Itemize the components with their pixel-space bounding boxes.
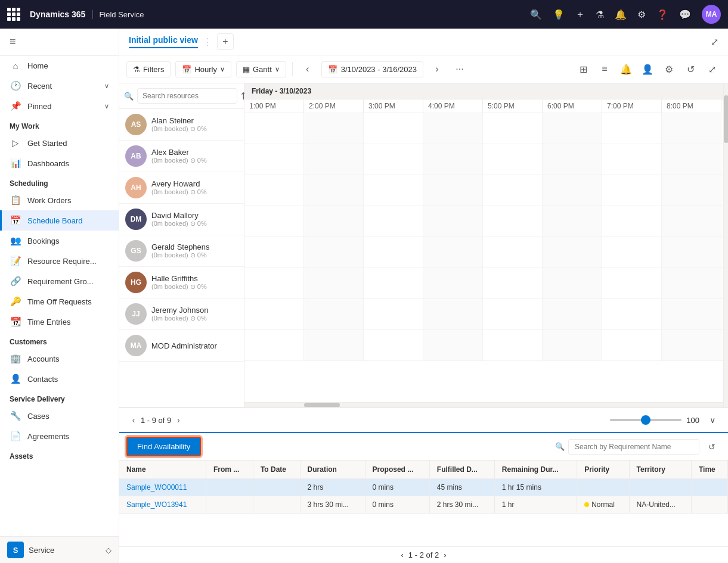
- gantt-cell[interactable]: [423, 237, 483, 267]
- gantt-cell[interactable]: [543, 206, 602, 237]
- gantt-cell[interactable]: [244, 175, 304, 206]
- sidebar-item-agreements[interactable]: 📄 Agreements: [0, 426, 119, 446]
- gantt-cell[interactable]: [483, 330, 543, 360]
- gantt-cell[interactable]: [483, 206, 543, 237]
- resource-item[interactable]: AS Alan Steiner (0m booked) ⊙ 0%: [119, 109, 244, 141]
- sidebar-item-dashboards[interactable]: 📊 Dashboards: [0, 153, 119, 173]
- vertical-scrollbar[interactable]: [723, 83, 728, 407]
- sidebar-item-time-off-requests[interactable]: 🔑 Time Off Requests: [0, 291, 119, 312]
- prev-req-page[interactable]: ‹: [401, 550, 404, 559]
- hourly-button[interactable]: 📅 Hourly ∨: [175, 61, 231, 77]
- list-view-icon[interactable]: ≡: [596, 60, 614, 78]
- gantt-cell[interactable]: [304, 113, 364, 144]
- sidebar-item-pinned[interactable]: 📌 Pinned ∨: [0, 96, 119, 116]
- chat-icon[interactable]: 💬: [679, 9, 691, 20]
- gantt-cell[interactable]: [662, 299, 721, 329]
- gantt-cell[interactable]: [304, 299, 364, 329]
- resource-item[interactable]: HG Halle Griffiths (0m booked) ⊙ 0%: [119, 267, 244, 298]
- gantt-cell[interactable]: [602, 206, 662, 237]
- collapse-bottom-panel[interactable]: ∨: [704, 412, 721, 428]
- bell-icon[interactable]: 🔔: [615, 9, 627, 20]
- req-name-cell[interactable]: Sample_WO00011: [119, 479, 206, 496]
- fullscreen-icon[interactable]: ⤢: [703, 60, 721, 78]
- sidebar-toggle[interactable]: ≡: [0, 29, 119, 56]
- sidebar-item-cases[interactable]: 🔧 Cases: [0, 406, 119, 426]
- sidebar-item-bookings[interactable]: 👥 Bookings: [0, 231, 119, 251]
- gantt-cell[interactable]: [602, 299, 662, 329]
- gantt-cell[interactable]: [602, 268, 662, 298]
- gantt-cell[interactable]: [304, 268, 364, 298]
- gantt-cell[interactable]: [423, 206, 483, 237]
- view-options-icon[interactable]: ⊞: [574, 60, 592, 78]
- gantt-cell[interactable]: [423, 299, 483, 329]
- funnel-icon[interactable]: ⚗: [596, 9, 604, 20]
- gantt-cell[interactable]: [483, 299, 543, 329]
- gantt-cell[interactable]: [483, 175, 543, 206]
- gantt-cell[interactable]: [662, 206, 721, 237]
- gantt-cell[interactable]: [423, 144, 483, 175]
- gantt-cell[interactable]: [244, 299, 304, 329]
- req-name-cell[interactable]: Sample_WO13941: [119, 496, 206, 514]
- resource-item[interactable]: AH Avery Howard (0m booked) ⊙ 0%: [119, 172, 244, 204]
- gantt-cell[interactable]: [543, 175, 602, 206]
- gantt-cell[interactable]: [244, 330, 304, 360]
- expand-icon[interactable]: ⤢: [711, 37, 718, 47]
- horizontal-scrollbar[interactable]: [244, 402, 723, 407]
- table-row[interactable]: Sample_WO00011 2 hrs 0 mins 45 mins 1 hr…: [119, 479, 728, 496]
- gantt-cell[interactable]: [364, 144, 423, 175]
- gantt-cell[interactable]: [304, 330, 364, 360]
- more-options-button[interactable]: ···: [451, 60, 469, 78]
- gantt-cell[interactable]: [423, 175, 483, 206]
- date-range-picker[interactable]: 📅 3/10/2023 - 3/16/2023: [321, 61, 423, 77]
- req-name-link[interactable]: Sample_WO00011: [126, 483, 187, 492]
- add-view-button[interactable]: +: [217, 33, 234, 50]
- lightbulb-icon[interactable]: 💡: [553, 9, 565, 20]
- gantt-cell[interactable]: [423, 330, 483, 360]
- gantt-cell[interactable]: [483, 144, 543, 175]
- gantt-cell[interactable]: [364, 268, 423, 298]
- sidebar-item-work-orders[interactable]: 📋 Work Orders: [0, 190, 119, 210]
- req-name-link[interactable]: Sample_WO13941: [126, 500, 187, 509]
- resource-item[interactable]: AB Alex Baker (0m booked) ⊙ 0%: [119, 141, 244, 172]
- gantt-cell[interactable]: [602, 175, 662, 206]
- help-icon[interactable]: ❓: [656, 9, 668, 20]
- plus-icon[interactable]: ＋: [575, 8, 585, 21]
- gantt-cell[interactable]: [543, 330, 602, 360]
- app-expand-icon[interactable]: ◇: [106, 546, 111, 555]
- sidebar-item-schedule-board[interactable]: 📅 Schedule Board: [0, 210, 119, 231]
- gantt-button[interactable]: ▦ Gantt ∨: [236, 61, 286, 77]
- gantt-cell[interactable]: [543, 237, 602, 267]
- gantt-cell[interactable]: [662, 175, 721, 206]
- sidebar-item-time-entries[interactable]: 📆 Time Entries: [0, 312, 119, 332]
- view-tab-initial-public[interactable]: Initial public view: [129, 35, 198, 48]
- gantt-cell[interactable]: [304, 206, 364, 237]
- gantt-cell[interactable]: [483, 268, 543, 298]
- search-resources-input[interactable]: [137, 88, 237, 104]
- gantt-cell[interactable]: [364, 237, 423, 267]
- gantt-cell[interactable]: [364, 330, 423, 360]
- gantt-cell[interactable]: [662, 237, 721, 267]
- gantt-cell[interactable]: [483, 113, 543, 144]
- gantt-cell[interactable]: [602, 237, 662, 267]
- prev-page-button[interactable]: ‹: [126, 413, 141, 427]
- gantt-cell[interactable]: [662, 268, 721, 298]
- filters-button[interactable]: ⚗ Filters: [126, 61, 171, 77]
- search-icon[interactable]: 🔍: [530, 9, 542, 20]
- gantt-cell[interactable]: [364, 113, 423, 144]
- gantt-cell[interactable]: [543, 144, 602, 175]
- next-page-button[interactable]: ›: [171, 413, 185, 427]
- gantt-cell[interactable]: [662, 144, 721, 175]
- gantt-cell[interactable]: [304, 175, 364, 206]
- prev-date-button[interactable]: ‹: [299, 60, 317, 78]
- resource-item[interactable]: MA MOD Administrator: [119, 330, 244, 362]
- gantt-cell[interactable]: [244, 206, 304, 237]
- tab-options-icon[interactable]: ⋮: [203, 36, 212, 48]
- gantt-cell[interactable]: [244, 237, 304, 267]
- gantt-cell[interactable]: [483, 237, 543, 267]
- gantt-cell[interactable]: [423, 268, 483, 298]
- sidebar-item-recent[interactable]: 🕐 Recent ∨: [0, 76, 119, 96]
- waffle-icon[interactable]: [7, 8, 20, 21]
- resource-item[interactable]: GS Gerald Stephens (0m booked) ⊙ 0%: [119, 235, 244, 267]
- gantt-cell[interactable]: [304, 237, 364, 267]
- requirement-search-input[interactable]: [568, 439, 699, 455]
